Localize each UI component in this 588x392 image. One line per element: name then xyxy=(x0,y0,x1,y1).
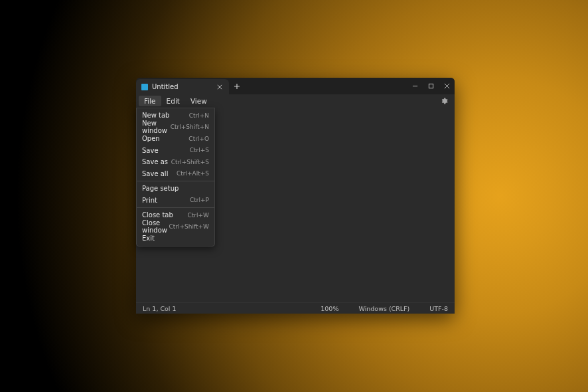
menu-item-shortcut: Ctrl+N xyxy=(189,112,209,119)
gear-icon xyxy=(440,97,448,105)
menu-item-label: Exit xyxy=(142,235,209,242)
menu-file[interactable]: File xyxy=(139,96,161,106)
menu-item-exit[interactable]: Exit xyxy=(137,233,214,245)
new-tab-button[interactable] xyxy=(229,78,245,94)
close-icon xyxy=(217,84,222,90)
menu-item-save[interactable]: SaveCtrl+S xyxy=(137,145,214,157)
titlebar: Untitled xyxy=(136,78,455,94)
status-cursor-position[interactable]: Ln 1, Col 1 xyxy=(143,305,177,312)
menu-item-label: New tab xyxy=(142,112,189,119)
settings-button[interactable] xyxy=(439,96,449,106)
menu-item-label: Save all xyxy=(142,170,177,177)
menu-separator xyxy=(137,207,214,208)
notepad-window: Untitled File Edit View xyxy=(136,78,455,314)
window-controls xyxy=(407,78,455,94)
status-encoding[interactable]: UTF-8 xyxy=(429,305,448,312)
menu-item-shortcut: Ctrl+S xyxy=(190,147,209,153)
menu-item-shortcut: Ctrl+Shift+S xyxy=(171,159,209,165)
menu-item-page-setup[interactable]: Page setup xyxy=(137,183,214,195)
menu-item-shortcut: Ctrl+Shift+W xyxy=(169,223,209,230)
document-tab[interactable]: Untitled xyxy=(136,79,229,94)
menu-item-shortcut: Ctrl+Shift+N xyxy=(171,124,209,130)
menu-item-new-window[interactable]: New windowCtrl+Shift+N xyxy=(137,122,214,134)
menu-item-label: Close tab xyxy=(142,211,188,219)
menu-item-open[interactable]: OpenCtrl+O xyxy=(137,133,214,145)
menu-separator xyxy=(137,181,214,181)
minimize-icon xyxy=(412,83,418,89)
close-window-button[interactable] xyxy=(439,78,455,94)
svg-rect-0 xyxy=(429,84,433,88)
menu-item-shortcut: Ctrl+Alt+S xyxy=(177,170,209,177)
menu-item-save-all[interactable]: Save allCtrl+Alt+S xyxy=(137,168,214,180)
menu-item-label: New window xyxy=(142,120,171,134)
maximize-icon xyxy=(428,83,434,89)
menu-item-print[interactable]: PrintCtrl+P xyxy=(137,195,214,207)
menu-item-label: Save xyxy=(142,147,190,154)
menu-item-label: Close window xyxy=(142,219,169,234)
menu-item-label: Save as xyxy=(142,158,171,165)
minimize-button[interactable] xyxy=(407,78,423,94)
tab-title: Untitled xyxy=(152,83,210,90)
status-line-ending[interactable]: Windows (CRLF) xyxy=(358,305,409,312)
menu-item-save-as[interactable]: Save asCtrl+Shift+S xyxy=(137,156,214,168)
menu-item-close-window[interactable]: Close windowCtrl+Shift+W xyxy=(137,221,214,233)
menu-view[interactable]: View xyxy=(185,96,212,106)
menu-item-shortcut: Ctrl+W xyxy=(188,212,209,219)
menu-item-label: Open xyxy=(142,135,188,142)
statusbar: Ln 1, Col 1 100% Windows (CRLF) UTF-8 xyxy=(136,302,455,314)
menu-item-label: Print xyxy=(142,197,190,204)
file-menu-dropdown: New tabCtrl+NNew windowCtrl+Shift+NOpenC… xyxy=(136,108,215,246)
menu-edit[interactable]: Edit xyxy=(161,96,185,106)
plus-icon xyxy=(234,83,240,90)
notepad-icon xyxy=(141,84,148,90)
menu-item-shortcut: Ctrl+P xyxy=(190,197,209,203)
menu-item-shortcut: Ctrl+O xyxy=(188,136,209,142)
menubar: File Edit View New tabCtrl+NNew windowCt… xyxy=(136,94,455,108)
close-icon xyxy=(444,83,450,89)
maximize-button[interactable] xyxy=(423,78,439,94)
close-tab-button[interactable] xyxy=(214,82,225,92)
menu-item-label: Page setup xyxy=(142,185,209,192)
status-zoom[interactable]: 100% xyxy=(321,305,338,312)
